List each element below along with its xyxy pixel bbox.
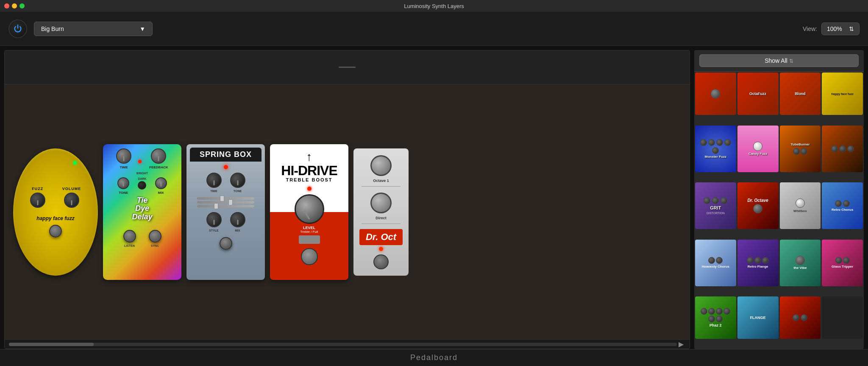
browser-panel: Show All ⇅ OctaFuzz Blond happy face fuz… bbox=[694, 50, 864, 349]
preset-dropdown[interactable]: Big Burn ▼ bbox=[34, 22, 153, 36]
view-dropdown[interactable]: 100% ⇅ bbox=[821, 22, 860, 35]
browser-item-retrochorus[interactable]: Retro Chorus bbox=[822, 182, 863, 229]
power-icon bbox=[13, 24, 22, 34]
scrollbar-track[interactable] bbox=[9, 343, 677, 346]
pedal-hidrive[interactable]: ↑ HI-DRIVE TREBLE BOOST LEVEL Treble / F… bbox=[270, 144, 348, 280]
delay-dark-label: DARK bbox=[138, 177, 146, 180]
browser-item-red1[interactable] bbox=[780, 296, 821, 339]
browser-item-heavenly[interactable]: Heavenly Chorus bbox=[695, 240, 736, 286]
traffic-lights bbox=[4, 3, 25, 8]
show-all-label: Show All bbox=[765, 57, 787, 64]
delay-mix-label: MIX bbox=[158, 191, 164, 195]
delay-tone-knob[interactable] bbox=[117, 177, 129, 189]
browser-blond-label: Blond bbox=[795, 92, 806, 96]
header: Big Burn ▼ View: 100% ⇅ bbox=[0, 12, 868, 46]
browser-glasstripper-label: Glass Tripper bbox=[832, 265, 853, 268]
preset-label: Big Burn bbox=[41, 25, 64, 32]
delay-mix-knob[interactable] bbox=[155, 177, 167, 189]
browser-item-tubeburner[interactable]: TubeBurner bbox=[780, 126, 821, 172]
browser-whitbox-label: Whitbox bbox=[793, 209, 807, 213]
delay-time-knob[interactable] bbox=[116, 148, 131, 164]
scroll-right-button[interactable]: ▶ bbox=[677, 340, 685, 349]
volume-knob[interactable] bbox=[64, 193, 79, 208]
bottom-label: Pedalboard bbox=[0, 349, 868, 366]
oct-divider2 bbox=[362, 224, 400, 224]
droct-title: Dr. Oct bbox=[366, 232, 396, 243]
power-button[interactable] bbox=[8, 20, 27, 38]
oct-octave1-knob[interactable] bbox=[370, 155, 392, 176]
browser-octafuzz-label: OctaFuzz bbox=[749, 92, 766, 96]
browser-item-fuzz1[interactable] bbox=[695, 73, 736, 115]
delay-feedback-knob[interactable] bbox=[151, 148, 166, 164]
hidrive-title: HI-DRIVE bbox=[281, 164, 337, 177]
pedal-tiedye-delay[interactable]: TIME FEEDBACK BRIGHT TONE bbox=[103, 144, 181, 280]
hidrive-mode-switch[interactable] bbox=[299, 235, 320, 244]
fuzz-knob[interactable] bbox=[30, 193, 45, 208]
hidrive-led bbox=[307, 187, 312, 191]
delay-time-label: TIME bbox=[120, 165, 128, 169]
pedal-spring-box[interactable]: SPRING BOX TIME TONE bbox=[186, 144, 265, 280]
browser-phaz-label: Phaz 2 bbox=[709, 323, 722, 327]
browser-item-droctave[interactable]: Dr. Octave bbox=[737, 182, 779, 229]
hidrive-stomp[interactable] bbox=[301, 248, 318, 265]
browser-tubeburner-label: TubeBurner bbox=[791, 142, 810, 146]
view-control: View: 100% ⇅ bbox=[803, 22, 860, 35]
browser-item-whitbox[interactable]: Whitbox bbox=[780, 182, 821, 229]
browser-retrochorus-label: Retro Chorus bbox=[832, 208, 853, 212]
browser-grid: OctaFuzz Blond happy face fuzz Monster F… bbox=[694, 72, 864, 349]
title-bar: Luminosity Synth Layers bbox=[0, 0, 868, 12]
fuzz-knobs: FUZZ VOLUME bbox=[30, 187, 81, 208]
pedal-dr-oct[interactable]: Octave 1 Direct Dr. Oct bbox=[353, 148, 409, 276]
browser-item-monsterfuzz[interactable]: Monster Fuzz bbox=[695, 126, 736, 172]
spring-tone-knob[interactable] bbox=[230, 173, 245, 188]
minimize-button[interactable] bbox=[12, 3, 17, 8]
oct-direct-knob[interactable] bbox=[370, 193, 392, 213]
browser-grit-label: GRIT bbox=[710, 205, 721, 210]
browser-item-flange[interactable]: FLANGE bbox=[737, 296, 779, 339]
browser-item-blond[interactable]: Blond bbox=[780, 73, 821, 115]
spring-led bbox=[224, 165, 228, 169]
close-button[interactable] bbox=[4, 3, 9, 8]
delay-bright-switch[interactable] bbox=[138, 181, 146, 190]
browser-item-retroflange[interactable]: Retro Flange bbox=[737, 240, 779, 286]
browser-item-glasstripper[interactable]: Glass Tripper bbox=[822, 240, 863, 286]
delay-led bbox=[138, 160, 142, 163]
view-label: View: bbox=[803, 25, 817, 32]
delay-sync-label: SYNC bbox=[151, 244, 159, 247]
spring-sliders bbox=[197, 196, 254, 209]
browser-item-grit[interactable]: GRIT DISTORTION bbox=[695, 182, 736, 229]
browser-item-happyface[interactable]: happy face fuzz bbox=[822, 73, 863, 115]
chevron-down-icon: ▼ bbox=[139, 25, 145, 32]
spring-stomp[interactable] bbox=[220, 237, 232, 250]
hidrive-level-label: LEVEL bbox=[303, 226, 315, 230]
scrollbar-thumb[interactable] bbox=[9, 343, 94, 346]
show-all-button[interactable]: Show All ⇅ bbox=[699, 54, 859, 67]
browser-vibe-label: the Vibe bbox=[793, 266, 807, 270]
browser-monsterfuzz-label: Monster Fuzz bbox=[705, 155, 726, 159]
browser-item-vibe[interactable]: the Vibe bbox=[780, 240, 821, 286]
delay-top-knobs: TIME FEEDBACK bbox=[116, 148, 168, 169]
browser-item-phaz[interactable]: Phaz 2 bbox=[695, 296, 736, 339]
delay-sync-stomp[interactable] bbox=[149, 230, 161, 243]
delay-listen-stomp[interactable] bbox=[123, 230, 136, 243]
pedal-happy-face-fuzz[interactable]: FUZZ VOLUME happy face fuzz bbox=[13, 148, 98, 276]
browser-item-candyfuzz[interactable]: Candy Fuzz bbox=[737, 126, 779, 172]
browser-item-octafuzz[interactable]: OctaFuzz bbox=[737, 73, 779, 115]
spring-style-knob[interactable] bbox=[206, 212, 222, 227]
pedalboard-area: FUZZ VOLUME happy face fuzz TIME bbox=[4, 50, 690, 349]
oct-octave1-label: Octave 1 bbox=[373, 179, 389, 183]
spring-time-knob[interactable] bbox=[206, 173, 222, 188]
maximize-button[interactable] bbox=[19, 3, 25, 8]
fuzz-stomp[interactable] bbox=[49, 225, 62, 237]
oct-name-panel: Dr. Oct bbox=[359, 229, 403, 245]
browser-item-tubeburner2[interactable] bbox=[822, 126, 863, 172]
browser-heavenly-label: Heavenly Chorus bbox=[702, 265, 729, 268]
oct-stomp[interactable] bbox=[373, 254, 389, 270]
spring-title: SPRING BOX bbox=[192, 150, 259, 159]
main-content: FUZZ VOLUME happy face fuzz TIME bbox=[0, 46, 868, 349]
hidrive-level-knob[interactable] bbox=[295, 194, 324, 224]
spring-mix-knob[interactable] bbox=[230, 212, 245, 227]
spinner-icon: ⇅ bbox=[849, 25, 854, 32]
delay-stomps: LISTEN SYNC bbox=[123, 226, 161, 247]
delay-feedback-label: FEEDBACK bbox=[149, 165, 168, 169]
